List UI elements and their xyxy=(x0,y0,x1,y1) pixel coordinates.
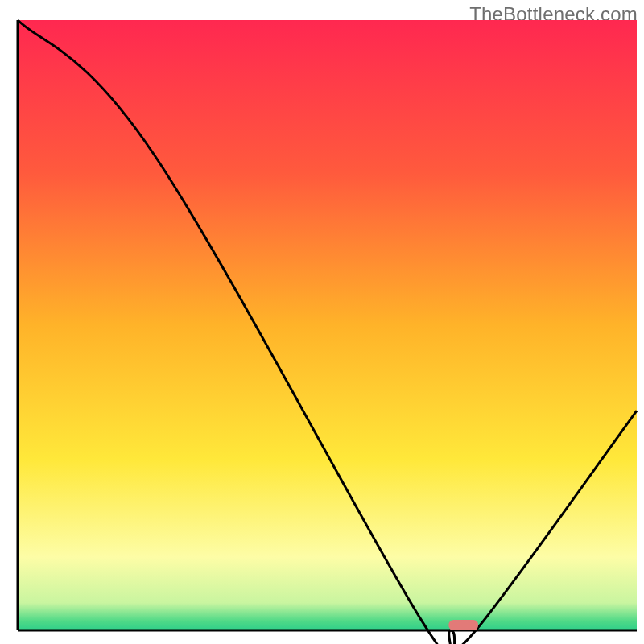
bottleneck-chart xyxy=(0,0,644,644)
optimum-marker xyxy=(448,620,478,630)
chart-container: TheBottleneck.com xyxy=(0,0,644,644)
